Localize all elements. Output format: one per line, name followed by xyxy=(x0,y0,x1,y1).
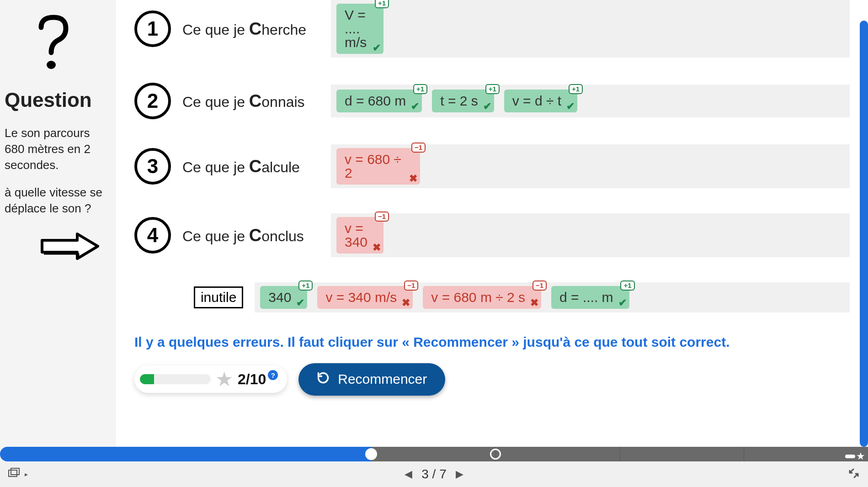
score-badge: −1 xyxy=(404,281,418,291)
question-title: Question xyxy=(5,89,92,111)
progress-seg-2[interactable] xyxy=(124,447,248,461)
arrow-right-icon xyxy=(38,230,102,264)
card-text: 340 xyxy=(268,291,291,304)
star-icon: ★ xyxy=(215,369,233,389)
collapse-icon[interactable] xyxy=(848,473,860,481)
inutile-card-3[interactable]: d = .... m+1✔ xyxy=(551,286,629,309)
main-area: 1Ce que je ChercheV = .... m/s+1✔2Ce que… xyxy=(116,0,868,447)
footer: ▸ ◀ 3 / 7 ▶ xyxy=(0,461,868,487)
step-tray-1[interactable]: V = .... m/s+1✔ xyxy=(331,0,850,58)
card-text: V = .... m/s xyxy=(345,8,367,49)
score-pill: ★ 2/10 ? xyxy=(134,365,287,393)
scrollbar[interactable] xyxy=(860,21,868,447)
pages-icon[interactable] xyxy=(8,468,20,481)
step-label: Ce que je Connais xyxy=(182,91,320,111)
score-bar xyxy=(140,374,211,384)
card-text: v = 680 m ÷ 2 s xyxy=(431,291,525,304)
chevron-right-icon[interactable]: ▸ xyxy=(25,471,28,478)
step4-card-0[interactable]: v = 340−1✖ xyxy=(336,217,383,254)
inutile-card-2[interactable]: v = 680 m ÷ 2 s−1✖ xyxy=(423,286,541,309)
feedback-text: Il y a quelques erreurs. Il faut cliquer… xyxy=(134,333,850,352)
svg-rect-1 xyxy=(9,470,17,476)
score-badge: +1 xyxy=(375,0,389,8)
card-text: d = 680 m xyxy=(345,94,406,108)
check-icon: ✔ xyxy=(566,101,575,111)
step2-card-0[interactable]: d = 680 m+1✔ xyxy=(336,90,422,112)
step2-card-2[interactable]: v = d ÷ t+1✔ xyxy=(504,90,577,112)
score-badge: −1 xyxy=(375,212,389,222)
inutile-card-0[interactable]: 340+1✔ xyxy=(260,286,307,309)
step-label: Ce que je Conclus xyxy=(182,226,320,245)
inutile-label: inutile xyxy=(194,286,243,308)
check-icon: ✔ xyxy=(373,43,381,53)
step-tray-3[interactable]: v = 680 ÷ 2−1✖ xyxy=(331,144,850,188)
prev-page-button[interactable]: ◀ xyxy=(405,468,412,480)
restart-button[interactable]: Recommencer xyxy=(298,363,445,396)
score-badge: −1 xyxy=(533,281,547,291)
question-text-1: Le son parcours 680 mètres en 2 secondes… xyxy=(5,125,102,173)
page-indicator: 3 / 7 xyxy=(421,467,447,482)
progress-seg-3[interactable] xyxy=(247,447,371,461)
progress-seg-6[interactable] xyxy=(620,447,744,461)
svg-rect-2 xyxy=(11,468,19,475)
step-number: 1 xyxy=(134,11,171,47)
inutile-card-1[interactable]: v = 340 m/s−1✖ xyxy=(317,286,413,309)
pager: ◀ 3 / 7 ▶ xyxy=(405,467,463,482)
card-text: d = .... m xyxy=(559,291,613,304)
cross-icon: ✖ xyxy=(402,298,410,308)
step-number: 2 xyxy=(134,83,171,119)
step-1: 1Ce que je ChercheV = .... m/s+1✔ xyxy=(134,0,850,58)
step-3: 3Ce que je Calculev = 680 ÷ 2−1✖ xyxy=(134,144,850,188)
help-icon[interactable]: ? xyxy=(268,370,278,380)
progress-seg-1[interactable] xyxy=(0,447,124,461)
question-text-2: à quelle vitesse se déplace le son ? xyxy=(5,185,102,217)
progress-seg-5[interactable] xyxy=(495,447,620,461)
step-4: 4Ce que je Conclusv = 340−1✖ xyxy=(134,213,850,257)
question-sidebar: Question Le son parcours 680 mètres en 2… xyxy=(0,0,116,447)
check-icon: ✔ xyxy=(618,298,627,308)
step-tray-2[interactable]: d = 680 m+1✔t = 2 s+1✔v = d ÷ t+1✔ xyxy=(331,85,850,117)
card-text: v = 340 m/s xyxy=(325,291,397,304)
card-text: v = d ÷ t xyxy=(512,94,561,108)
next-page-button[interactable]: ▶ xyxy=(456,468,463,480)
check-icon: ✔ xyxy=(296,298,304,308)
step3-card-0[interactable]: v = 680 ÷ 2−1✖ xyxy=(336,148,420,185)
step-label: Ce que je Cherche xyxy=(182,19,320,39)
card-text: v = 340 xyxy=(345,222,367,249)
check-icon: ✔ xyxy=(411,101,419,111)
step1-card-0[interactable]: V = .... m/s+1✔ xyxy=(336,4,383,54)
step-number: 3 xyxy=(134,148,171,185)
card-text: t = 2 s xyxy=(440,94,478,108)
step-number: 4 xyxy=(134,217,171,254)
inutile-tray[interactable]: 340+1✔v = 340 m/s−1✖v = 680 m ÷ 2 s−1✖d … xyxy=(255,282,850,312)
progress-seg-7[interactable]: ★ xyxy=(744,447,868,461)
inutile-row: inutile 340+1✔v = 340 m/s−1✖v = 680 m ÷ … xyxy=(134,282,850,312)
score-text: 2/10 xyxy=(238,371,266,388)
step-2: 2Ce que je Connaisd = 680 m+1✔t = 2 s+1✔… xyxy=(134,83,850,119)
progress-bar[interactable]: ★ xyxy=(0,447,868,461)
cross-icon: ✖ xyxy=(373,243,381,253)
score-badge: +1 xyxy=(298,281,313,291)
refresh-icon xyxy=(317,371,330,387)
step-tray-4[interactable]: v = 340−1✖ xyxy=(331,213,850,257)
score-badge: −1 xyxy=(411,143,426,153)
score-badge: +1 xyxy=(485,84,500,94)
question-mark-icon xyxy=(33,14,74,75)
step-label: Ce que je Calcule xyxy=(182,157,320,176)
cross-icon: ✖ xyxy=(530,298,538,308)
score-badge: +1 xyxy=(620,281,634,291)
check-icon: ✔ xyxy=(483,101,491,111)
svg-point-0 xyxy=(47,61,56,69)
restart-label: Recommencer xyxy=(338,371,427,387)
progress-seg-4[interactable] xyxy=(371,447,495,461)
card-text: v = 680 ÷ 2 xyxy=(345,153,404,180)
score-badge: +1 xyxy=(413,84,427,94)
score-badge: +1 xyxy=(569,84,583,94)
cross-icon: ✖ xyxy=(409,174,417,184)
step2-card-1[interactable]: t = 2 s+1✔ xyxy=(432,90,494,112)
